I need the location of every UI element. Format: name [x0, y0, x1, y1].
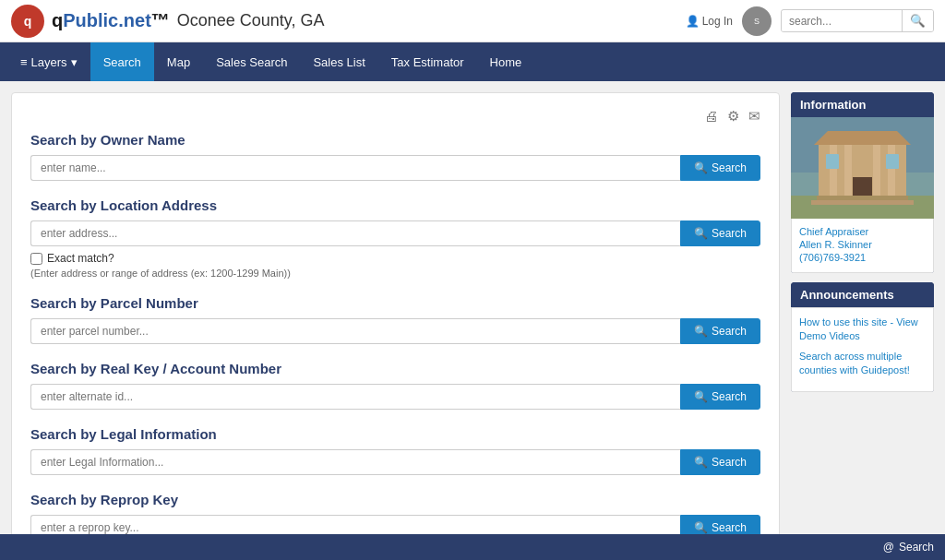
exact-match-row: Exact match?: [30, 252, 760, 265]
nav-label-sales-list: Sales List: [313, 55, 365, 69]
search-icon: 🔍: [694, 521, 708, 534]
svg-rect-12: [817, 196, 908, 200]
email-icon[interactable]: ✉: [748, 108, 760, 125]
appraiser-name-link[interactable]: Allen R. Skinner: [799, 239, 926, 250]
nav-item-sales-search[interactable]: Sales Search: [203, 42, 300, 81]
owner-search-button[interactable]: 🔍 Search: [680, 155, 760, 181]
nav-item-layers[interactable]: ≡ Layers ▾: [7, 42, 90, 81]
exact-match-label: Exact match?: [47, 252, 114, 265]
logo: q qPublic.net™: [11, 5, 170, 38]
person-icon: 👤: [686, 15, 700, 28]
panel-icons: 🖨 ⚙ ✉: [30, 108, 760, 125]
header-search-button[interactable]: 🔍: [902, 10, 933, 31]
svg-rect-11: [886, 154, 899, 169]
announcements-body: How to use this site - View Demo Videos …: [791, 307, 934, 392]
legal-search-label: Search: [712, 456, 747, 469]
main-content: 🖨 ⚙ ✉ Search by Owner Name 🔍 Search Sear…: [0, 81, 945, 560]
search-section-owner: Search by Owner Name 🔍 Search: [30, 132, 760, 181]
realkey-search-button[interactable]: 🔍 Search: [680, 384, 760, 410]
address-search-row: 🔍 Search: [30, 220, 760, 246]
sidebar: Information: [791, 92, 934, 560]
header-search-input[interactable]: [782, 11, 902, 31]
nav-item-search[interactable]: Search: [90, 42, 154, 81]
logo-text: qPublic.net™: [52, 10, 170, 31]
parcel-search-row: 🔍 Search: [30, 318, 760, 344]
svg-rect-8: [888, 145, 895, 196]
header-county: Oconee County, GA: [177, 11, 325, 30]
legal-search-button[interactable]: 🔍 Search: [680, 449, 760, 475]
nav-item-tax-estimator[interactable]: Tax Estimator: [378, 42, 477, 81]
owner-search-title: Search by Owner Name: [30, 132, 760, 148]
svg-rect-10: [826, 154, 839, 169]
realkey-search-row: 🔍 Search: [30, 384, 760, 410]
print-icon[interactable]: 🖨: [704, 108, 718, 125]
logo-icon: q: [11, 5, 44, 38]
exact-match-hint: (Enter address or range of address (ex: …: [30, 268, 760, 279]
announcements-header: Announcements: [791, 282, 934, 307]
address-search-title: Search by Location Address: [30, 197, 760, 213]
parcel-search-button[interactable]: 🔍 Search: [680, 318, 760, 344]
reprop-search-label: Search: [712, 521, 747, 534]
nav-label-layers: Layers: [31, 55, 67, 69]
nav-label-map: Map: [167, 55, 190, 69]
info-links: Chief Appraiser Allen R. Skinner (706)76…: [791, 219, 934, 273]
reprop-search-title: Search by Reprop Key: [30, 492, 760, 507]
nav-item-map[interactable]: Map: [154, 42, 203, 81]
address-input[interactable]: [30, 220, 680, 246]
search-icon: 🔍: [694, 390, 708, 403]
schneider-label: S: [754, 17, 760, 26]
owner-search-row: 🔍 Search: [30, 155, 760, 181]
parcel-search-label: Search: [712, 325, 747, 338]
header-right: 👤 Log In S 🔍: [686, 6, 934, 36]
nav-label-sales-search: Sales Search: [216, 55, 287, 69]
search-section-parcel: Search by Parcel Number 🔍 Search: [30, 295, 760, 344]
navigation: ≡ Layers ▾ Search Map Sales Search Sales…: [0, 42, 945, 81]
info-card-header: Information: [791, 92, 934, 117]
bottom-search-icon: @: [883, 541, 894, 554]
search-icon: 🔍: [694, 227, 708, 240]
svg-rect-5: [830, 145, 837, 196]
announcement-link-0[interactable]: How to use this site - View Demo Videos: [799, 316, 926, 344]
nav-item-home[interactable]: Home: [477, 42, 535, 81]
announcements-card: Announcements How to use this site - Vie…: [791, 282, 934, 392]
bottom-search: @ Search: [883, 541, 934, 554]
search-icon: 🔍: [694, 161, 708, 174]
header-search: 🔍: [781, 9, 934, 32]
search-icon: 🔍: [694, 325, 708, 338]
realkey-input[interactable]: [30, 384, 680, 410]
parcel-search-title: Search by Parcel Number: [30, 295, 760, 311]
announcement-link-1[interactable]: Search across multiple counties with Gui…: [799, 350, 926, 378]
owner-search-label: Search: [712, 161, 747, 174]
nav-label-home: Home: [490, 55, 522, 69]
parcel-input[interactable]: [30, 318, 680, 344]
svg-rect-7: [873, 145, 880, 196]
search-icon: 🔍: [694, 456, 708, 469]
search-panel: 🖨 ⚙ ✉ Search by Owner Name 🔍 Search Sear…: [11, 92, 780, 560]
layers-icon: ≡: [20, 55, 28, 69]
chevron-down-icon: ▾: [71, 55, 78, 69]
nav-label-tax-estimator: Tax Estimator: [391, 55, 464, 69]
gear-icon[interactable]: ⚙: [727, 108, 739, 125]
chief-appraiser-label: Chief Appraiser: [799, 226, 926, 237]
search-section-realkey: Search by Real Key / Account Number 🔍 Se…: [30, 361, 760, 410]
svg-rect-6: [844, 145, 852, 196]
legal-search-row: 🔍 Search: [30, 449, 760, 475]
exact-match-checkbox[interactable]: [30, 253, 42, 265]
svg-rect-13: [811, 200, 914, 205]
bottom-bar: @ Search: [0, 534, 945, 560]
appraiser-phone: (706)769-3921: [799, 252, 926, 263]
search-section-address: Search by Location Address 🔍 Search Exac…: [30, 197, 760, 279]
search-section-legal: Search by Legal Information 🔍 Search: [30, 426, 760, 475]
header: q qPublic.net™ Oconee County, GA 👤 Log I…: [0, 0, 945, 42]
login-label: Log In: [702, 15, 733, 28]
owner-name-input[interactable]: [30, 155, 680, 181]
legal-input[interactable]: [30, 449, 680, 475]
login-button[interactable]: 👤 Log In: [686, 15, 733, 28]
nav-item-sales-list[interactable]: Sales List: [300, 42, 377, 81]
address-search-button[interactable]: 🔍 Search: [680, 220, 760, 246]
info-card: Information: [791, 92, 934, 273]
info-card-image: Oconee County, GA 23 North Main Street W…: [791, 117, 934, 219]
legal-search-title: Search by Legal Information: [30, 426, 760, 442]
schneider-logo: S: [742, 6, 772, 36]
address-search-label: Search: [712, 227, 747, 240]
